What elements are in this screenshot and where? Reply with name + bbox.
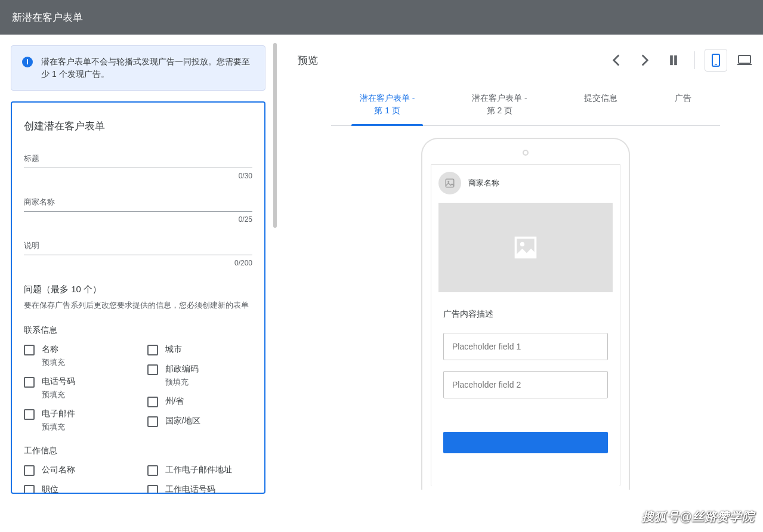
checkbox-icon[interactable] <box>24 485 35 494</box>
field-description-counter: 0/200 <box>24 259 252 267</box>
questions-desc: 要在保存广告系列后更改您要求提供的信息，您必须创建新的表单 <box>24 300 252 311</box>
scrollbar[interactable] <box>273 43 277 228</box>
preview-title: 预览 <box>295 54 318 67</box>
cb-phone[interactable]: 电话号码预填充 <box>24 376 129 400</box>
field-business-label: 商家名称 <box>24 197 252 212</box>
prev-arrow-icon[interactable] <box>605 49 628 72</box>
merchant-name: 商家名称 <box>468 178 499 188</box>
cb-work-email[interactable]: 工作电子邮件地址 <box>147 465 253 476</box>
cb-work-phone[interactable]: 工作电话号码 <box>147 484 253 494</box>
work-checkboxes: 公司名称 职位 工作电子邮件地址 工作电话号码 <box>24 465 252 494</box>
cb-email[interactable]: 电子邮件预填充 <box>24 409 129 432</box>
checkbox-icon[interactable] <box>147 397 158 407</box>
divider <box>694 51 695 69</box>
form-preview: 广告内容描述 Placeholder field 1 Placeholder f… <box>438 301 613 462</box>
cb-city[interactable]: 城市 <box>147 344 253 355</box>
group-contact-label: 联系信息 <box>24 325 252 336</box>
merchant-row: 商家名称 <box>438 172 613 194</box>
checkbox-icon[interactable] <box>147 416 158 427</box>
svg-rect-5 <box>737 64 752 65</box>
svg-rect-6 <box>446 179 454 187</box>
cb-name[interactable]: 名称预填充 <box>24 344 129 368</box>
mobile-view-icon[interactable] <box>705 49 727 72</box>
tab-form-page1[interactable]: 潜在客户表单 - 第 1 页 <box>349 86 426 125</box>
tab-submit[interactable]: 提交信息 <box>573 86 628 125</box>
tab-ad[interactable]: 广告 <box>664 86 702 125</box>
checkbox-icon[interactable] <box>147 465 158 476</box>
checkbox-icon[interactable] <box>147 345 158 355</box>
checkbox-icon[interactable] <box>24 345 35 355</box>
placeholder-field-2: Placeholder field 2 <box>443 371 608 398</box>
field-business[interactable]: 商家名称 0/25 <box>24 197 252 224</box>
form-card: 创建潜在客户表单 标题 0/30 商家名称 0/25 说明 0/200 问题（最… <box>11 101 265 494</box>
tab-form-page2[interactable]: 潜在客户表单 - 第 2 页 <box>461 86 538 125</box>
placeholder-field-1: Placeholder field 1 <box>443 333 608 360</box>
cb-zip[interactable]: 邮政编码预填充 <box>147 364 253 388</box>
info-text: 潜在客户表单不会与轮播式发现广告一同投放。您需要至少 1 个发现广告。 <box>41 55 254 81</box>
svg-rect-3 <box>715 64 717 65</box>
group-work-label: 工作信息 <box>24 446 252 456</box>
next-arrow-icon[interactable] <box>634 49 656 72</box>
field-headline-label: 标题 <box>24 153 252 168</box>
cb-state[interactable]: 州/省 <box>147 396 253 407</box>
svg-rect-1 <box>674 55 677 65</box>
field-description[interactable]: 说明 0/200 <box>24 240 252 267</box>
cb-company[interactable]: 公司名称 <box>24 465 129 476</box>
checkbox-icon[interactable] <box>147 485 158 494</box>
form-config-panel: i 潜在客户表单不会与轮播式发现广告一同投放。您需要至少 1 个发现广告。 创建… <box>0 35 276 494</box>
checkbox-icon[interactable] <box>147 364 158 375</box>
contact-checkboxes: 名称预填充 电话号码预填充 电子邮件预填充 城市 邮政编码预填充 州/省 国家/… <box>24 344 252 432</box>
preview-tabs: 潜在客户表单 - 第 1 页 潜在客户表单 - 第 2 页 提交信息 广告 <box>331 86 720 126</box>
preview-panel: 预览 潜在客户表单 - 第 1 页 潜在客户表单 - 第 2 页 提交信息 广告 <box>276 35 763 494</box>
info-banner: i 潜在客户表单不会与轮播式发现广告一同投放。您需要至少 1 个发现广告。 <box>11 45 265 91</box>
form-card-title: 创建潜在客户表单 <box>24 119 252 133</box>
main-area: i 潜在客户表单不会与轮播式发现广告一同投放。您需要至少 1 个发现广告。 创建… <box>0 35 763 494</box>
watermark-text: 搜狐号@丝路赞学院 <box>642 509 755 525</box>
svg-rect-0 <box>670 55 673 65</box>
cb-country[interactable]: 国家/地区 <box>147 416 253 427</box>
checkbox-icon[interactable] <box>24 465 35 476</box>
info-icon: i <box>22 57 33 67</box>
ad-description-label: 广告内容描述 <box>443 309 608 320</box>
page-title: 新潜在客户表单 <box>12 11 83 24</box>
field-description-label: 说明 <box>24 240 252 255</box>
phone-speaker-icon <box>523 150 529 156</box>
checkbox-icon[interactable] <box>24 377 35 388</box>
pause-icon[interactable] <box>662 49 685 72</box>
merchant-avatar-icon <box>438 172 461 194</box>
page-header: 新潜在客户表单 <box>0 0 763 35</box>
svg-rect-4 <box>739 55 750 63</box>
desktop-view-icon[interactable] <box>733 49 756 72</box>
cb-job-title[interactable]: 职位 <box>24 484 129 494</box>
svg-point-7 <box>447 181 449 183</box>
hero-image-placeholder <box>438 203 613 292</box>
svg-point-9 <box>520 242 524 246</box>
field-headline[interactable]: 标题 0/30 <box>24 153 252 180</box>
checkbox-icon[interactable] <box>24 409 35 420</box>
cta-button <box>443 432 608 453</box>
questions-title: 问题（最多 10 个） <box>24 284 252 295</box>
phone-mockup: 商家名称 广告内容描述 Placeholder field 1 Placehol… <box>421 138 630 490</box>
phone-screen: 商家名称 广告内容描述 Placeholder field 1 Placehol… <box>431 164 620 486</box>
field-business-counter: 0/25 <box>24 215 252 224</box>
field-headline-counter: 0/30 <box>24 172 252 180</box>
